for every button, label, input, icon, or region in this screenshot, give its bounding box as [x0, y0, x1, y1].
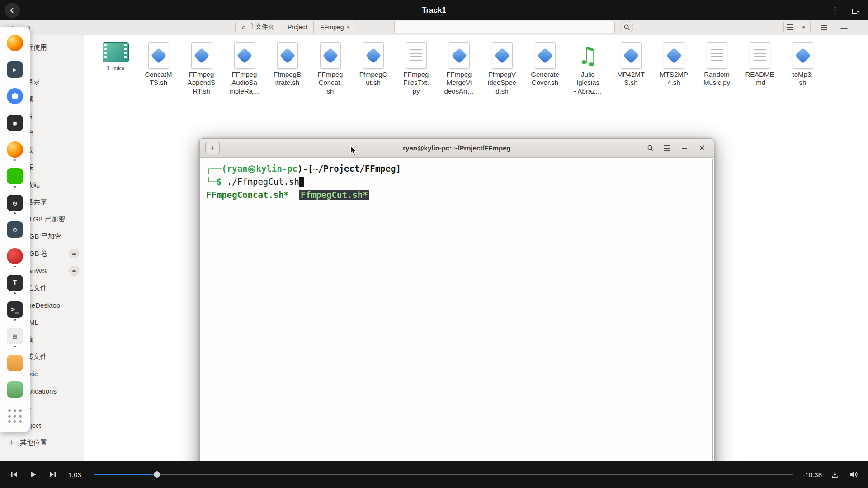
running-indicator-dot	[14, 292, 16, 294]
sidebar-item[interactable]: + 其他位置	[0, 434, 84, 451]
dock: ▶ ◉ ◎ ◷	[0, 27, 30, 432]
dock-icon[interactable]	[5, 86, 24, 106]
completion-item: FFmpegConcat.sh*	[206, 190, 289, 200]
terminal-window: + ryan@kylin-pc: ~/Project/FFmpeg ┌──(ry…	[199, 138, 714, 461]
running-indicator-dot	[14, 212, 16, 214]
dock-icon[interactable]	[5, 33, 24, 53]
dock-icon[interactable]: T	[5, 273, 24, 293]
file-name: FfmpegV ideoSpee d.sh	[488, 70, 516, 95]
progress-handle[interactable]	[154, 471, 160, 478]
back-button[interactable]	[5, 3, 20, 18]
search-icon	[623, 24, 630, 31]
running-indicator-dot	[14, 319, 16, 321]
terminal-prompt-line: ┌──(ryan㉿kylin-pc)-[~/Project/FFmpeg]	[206, 162, 708, 175]
dock-icon[interactable]: ▤	[5, 326, 24, 346]
elapsed-time: 1:03	[65, 471, 84, 479]
file-icon	[148, 42, 169, 69]
volume-icon	[849, 471, 858, 478]
file-item[interactable]: README .md	[738, 42, 781, 95]
file-icon	[750, 42, 770, 69]
typed-command: ./FfmpegCut.sh	[227, 177, 299, 187]
new-tab-button[interactable]: +	[205, 142, 220, 154]
app-icon: ◷	[7, 221, 23, 238]
eject-button[interactable]: ⏏	[69, 249, 79, 258]
dock-icon[interactable]: ▶	[5, 60, 24, 80]
file-item[interactable]: MTS2MP 4.sh	[652, 42, 695, 95]
seek-slider[interactable]	[94, 474, 793, 475]
breadcrumb-home[interactable]: ⌂ 主文件夹	[235, 21, 281, 33]
file-item[interactable]: FFmpeg MergeVi deosAn…	[438, 42, 481, 95]
terminal-minimize-button[interactable]	[678, 142, 691, 154]
terminal-titlebar[interactable]: + ryan@kylin-pc: ~/Project/FFmpeg	[200, 139, 714, 158]
screen: Track1 ⋮ ‹ › ⌂ 主文件夹 Project FFmpeg ▾	[0, 0, 868, 488]
volume-button[interactable]	[847, 468, 860, 481]
dock-icon[interactable]: ◷	[5, 220, 24, 239]
file-icon	[363, 42, 384, 69]
app-icon	[7, 88, 23, 104]
terminal-menu-button[interactable]	[660, 142, 674, 154]
dock-icon[interactable]: ◉	[5, 113, 24, 133]
file-item[interactable]: FFmpeg Concat. sh	[309, 42, 352, 95]
breadcrumb-ffmpeg[interactable]: FFmpeg ▾	[314, 21, 356, 33]
file-item[interactable]: FFmpeg AppendS RT.sh	[180, 42, 223, 95]
dock-icon[interactable]	[5, 406, 24, 426]
file-name: 1.mkv	[106, 64, 124, 72]
dock-icon[interactable]	[5, 353, 24, 373]
download-button[interactable]	[828, 468, 841, 481]
terminal-command-line: └─$./FfmpegCut.sh	[206, 175, 708, 188]
dock-icon[interactable]: >_	[5, 300, 24, 319]
terminal-search-button[interactable]	[643, 142, 657, 154]
file-icon	[103, 42, 129, 62]
dock-icon[interactable]	[5, 140, 24, 160]
menu-kebab-icon[interactable]: ⋮	[830, 6, 840, 15]
text-cursor	[299, 177, 304, 187]
eject-button[interactable]: ⏏	[69, 266, 79, 276]
file-item[interactable]: FfmpegC ut.sh	[352, 42, 395, 95]
file-name: FFmpeg Concat. sh	[318, 70, 343, 95]
dock-icon[interactable]	[5, 380, 24, 399]
file-icon	[406, 42, 427, 69]
file-icon	[664, 42, 684, 69]
breadcrumb-home-label: 主文件夹	[249, 23, 274, 31]
breadcrumb-project[interactable]: Project	[281, 21, 314, 33]
previous-icon	[10, 471, 19, 478]
file-name: MTS2MP 4.sh	[660, 70, 688, 87]
window-minimize-button[interactable]: —	[837, 22, 851, 33]
file-item[interactable]: FFmpeg FilesTxt. py	[395, 42, 438, 95]
location-entry[interactable]	[394, 21, 615, 33]
play-button[interactable]	[27, 468, 40, 481]
file-item[interactable]: toMp3. sh	[781, 42, 824, 95]
dock-icon[interactable]	[5, 246, 24, 266]
view-toggle-button[interactable]: ▾	[783, 21, 811, 33]
terminal-close-button[interactable]	[695, 142, 708, 154]
previous-button[interactable]	[8, 468, 21, 481]
file-name: README .md	[745, 70, 774, 87]
terminal-scrollbar[interactable]	[712, 159, 713, 461]
app-icon	[7, 355, 23, 371]
terminal-completions-line: FFmpegConcat.sh*FfmpegCut.sh*	[206, 188, 708, 202]
search-button[interactable]	[620, 21, 633, 33]
file-item[interactable]: ConcatM TS.sh	[137, 42, 180, 95]
file-item[interactable]: Generate Cover.sh	[524, 42, 566, 95]
file-name: FFmpeg FilesTxt. py	[403, 70, 429, 95]
file-item[interactable]: FFmpeg AudioSa mpleRa…	[223, 42, 266, 95]
file-name: toMp3. sh	[793, 70, 813, 87]
running-indicator-dot	[14, 346, 16, 347]
minimize-icon	[682, 148, 687, 149]
file-item[interactable]: 1.mkv	[94, 42, 137, 95]
app-icon	[7, 381, 23, 398]
file-item[interactable]: Julio Iglesias - Abráz…	[566, 42, 609, 95]
file-name: FFmpeg AudioSa mpleRa…	[229, 70, 259, 95]
unmaximize-icon[interactable]	[852, 7, 859, 14]
next-button[interactable]	[46, 468, 59, 481]
app-icon	[7, 248, 23, 264]
file-item[interactable]: FfmpegV ideoSpee d.sh	[481, 42, 524, 95]
dock-icon[interactable]: ◎	[5, 193, 24, 213]
window-menu-button[interactable]	[816, 22, 831, 33]
dock-icon[interactable]	[5, 166, 24, 186]
breadcrumb: ⌂ 主文件夹 Project FFmpeg ▾	[235, 21, 356, 33]
file-item[interactable]: FfmpegB itrate.sh	[266, 42, 309, 95]
file-item[interactable]: Random Music.py	[695, 42, 738, 95]
app-icon	[7, 35, 23, 51]
file-item[interactable]: MP42MT S.sh	[609, 42, 652, 95]
